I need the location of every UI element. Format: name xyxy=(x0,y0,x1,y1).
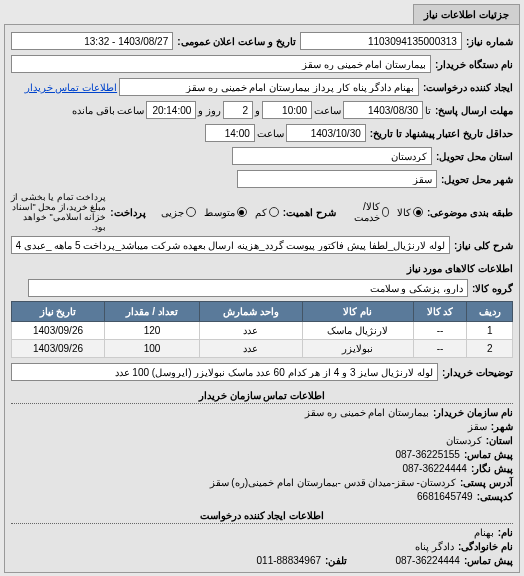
cb-phone: 087-36225155 xyxy=(395,449,460,460)
group-label: گروه کالا: xyxy=(470,283,513,294)
buyer-notes-field[interactable] xyxy=(11,363,438,381)
items-table: ردیف کد کالا نام کالا واحد شمارش تعداد /… xyxy=(11,301,513,358)
public-date-label: تاریخ و ساعت اعلان عمومی: xyxy=(175,36,295,47)
title-field[interactable] xyxy=(11,236,450,254)
valid-label: حداقل تاریخ اعتبار پیشنهاد تا تاریخ: xyxy=(368,128,513,139)
cb-province-label: استان: xyxy=(486,435,513,446)
buyer-notes-label: توضیحات خریدار: xyxy=(440,367,513,378)
cell: 1403/09/26 xyxy=(12,340,105,358)
remain-and: و xyxy=(255,105,260,116)
cell: 1 xyxy=(467,322,513,340)
th-name: نام کالا xyxy=(302,302,413,322)
contact-buyer-link[interactable]: اطلاعات تماس خریدار xyxy=(25,82,118,93)
province-field[interactable] xyxy=(232,147,432,165)
table-header-row: ردیف کد کالا نام کالا واحد شمارش تعداد /… xyxy=(12,302,513,322)
deadline-time-label: ساعت xyxy=(314,105,341,116)
details-panel: شماره نیاز: تاریخ و ساعت اعلان عمومی: نا… xyxy=(4,24,520,573)
remain-time-label: ساعت باقی مانده xyxy=(72,105,145,116)
cb-postcode: 6681645749 xyxy=(417,491,473,502)
group-field[interactable] xyxy=(28,279,468,297)
cc-phone: 087-36224444 xyxy=(395,555,460,566)
radio-partial-icon xyxy=(186,207,196,217)
packaging-radios[interactable]: کالا کالا/خدمت xyxy=(345,201,423,223)
payment-label: پرداخت: xyxy=(108,207,145,218)
remain-day-label: روز و xyxy=(198,105,221,116)
items-section-title: اطلاعات کالاهای مورد نیاز xyxy=(11,263,513,274)
cb-province: کردستان xyxy=(446,435,482,446)
cb-postal: کردستان- سقز-میدان قدس -بیمارستان امام خ… xyxy=(210,477,456,488)
cell: عدد xyxy=(200,340,303,358)
contact-buyer-title: اطلاعات تماس سازمان خریدار xyxy=(11,390,513,404)
th-qty: تعداد / مقدار xyxy=(105,302,200,322)
radio-med-label: متوسط xyxy=(204,207,235,218)
radio-both-label: کالا/خدمت xyxy=(351,201,380,223)
th-code: کد کالا xyxy=(413,302,467,322)
importance-radios[interactable]: کم متوسط جزیی xyxy=(155,207,279,218)
cell: -- xyxy=(413,322,467,340)
radio-med-icon xyxy=(237,207,247,217)
importance-label: شرح اهمیت: xyxy=(281,207,336,218)
deadline-time[interactable] xyxy=(262,101,312,119)
cell: عدد xyxy=(200,322,303,340)
remain-time[interactable] xyxy=(146,101,196,119)
cb-org: بیمارستان امام خمینی ره سقز xyxy=(305,407,429,418)
table-row: 2 -- نبولایزر عدد 100 1403/09/26 xyxy=(12,340,513,358)
buyer-org-field[interactable] xyxy=(11,55,431,73)
table-row: 1 -- لارنژیال ماسک عدد 120 1403/09/26 xyxy=(12,322,513,340)
th-row: ردیف xyxy=(467,302,513,322)
cc-lname: دادگر پناه xyxy=(415,541,454,552)
public-date-field[interactable] xyxy=(11,32,173,50)
cc-fname: بهنام xyxy=(474,527,494,538)
cb-postcode-label: کدپستی: xyxy=(477,491,513,502)
cell: -- xyxy=(413,340,467,358)
number-field[interactable] xyxy=(300,32,462,50)
number-label: شماره نیاز: xyxy=(464,36,513,47)
title-label: شرح کلی نیاز: xyxy=(452,240,513,251)
buyer-org-label: نام دستگاه خریدار: xyxy=(433,59,513,70)
cb-city-label: شهر: xyxy=(491,421,513,432)
cell: 1403/09/26 xyxy=(12,322,105,340)
province-label: استان محل تحویل: xyxy=(434,151,513,162)
cb-phone-label: پیش تماس: xyxy=(464,449,513,460)
radio-low-icon xyxy=(269,207,279,217)
deadline-date[interactable] xyxy=(343,101,423,119)
city-label: شهر محل تحویل: xyxy=(439,174,513,185)
cell: لارنژیال ماسک xyxy=(302,322,413,340)
th-unit: واحد شمارش xyxy=(200,302,303,322)
contact-creator-title: اطلاعات ایجاد کننده درخواست xyxy=(11,510,513,524)
cb-fax: 087-36224444 xyxy=(402,463,467,474)
valid-time[interactable] xyxy=(205,124,255,142)
deadline-label: مهلت ارسال پاسخ: xyxy=(433,105,513,116)
cc-fax-label: تلفن: xyxy=(325,555,347,566)
cell: 2 xyxy=(467,340,513,358)
cell: 120 xyxy=(105,322,200,340)
cc-fax: 011-88834967 xyxy=(257,555,322,566)
radio-kala-icon xyxy=(413,207,423,217)
requester-field[interactable] xyxy=(119,78,419,96)
cc-fname-label: نام: xyxy=(498,527,513,538)
valid-time-label: ساعت xyxy=(257,128,284,139)
payment-note: پرداخت تمام یا بخشی از مبلغ خرید،از محل … xyxy=(11,192,106,232)
remain-days[interactable] xyxy=(223,101,253,119)
cc-phone-label: پیش تماس: xyxy=(464,555,513,566)
radio-partial-label: جزیی xyxy=(161,207,184,218)
tab-details[interactable]: جزئیات اطلاعات نیاز xyxy=(413,4,520,24)
radio-low-label: کم xyxy=(255,207,267,218)
cc-lname-label: نام خانوادگی: xyxy=(458,541,513,552)
cell: 100 xyxy=(105,340,200,358)
cb-org-label: نام سازمان خریدار: xyxy=(433,407,513,418)
cb-city: سقز xyxy=(468,421,487,432)
deadline-until: تا xyxy=(425,105,431,116)
radio-both-icon xyxy=(382,207,389,217)
valid-date[interactable] xyxy=(286,124,366,142)
cb-postal-label: آدرس پستی: xyxy=(460,477,513,488)
city-field[interactable] xyxy=(237,170,437,188)
th-date: تاریخ نیاز xyxy=(12,302,105,322)
requester-label: ایجاد کننده درخواست: xyxy=(421,82,513,93)
cb-fax-label: پیش نگار: xyxy=(471,463,513,474)
cell: نبولایزر xyxy=(302,340,413,358)
radio-kala-label: کالا xyxy=(397,207,411,218)
packaging-label: طبقه بندی موضوعی: xyxy=(425,207,513,218)
